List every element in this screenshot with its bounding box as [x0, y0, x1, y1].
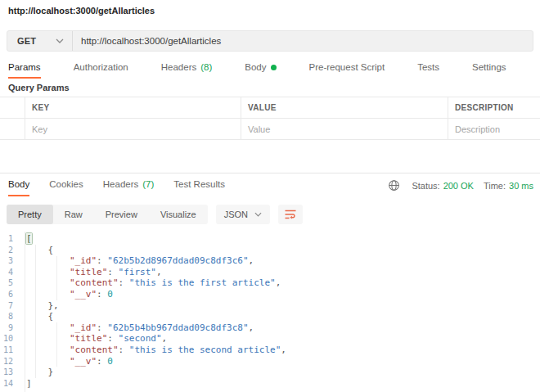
code-line: 5 "content": "this is the first article"… [0, 277, 540, 289]
tab-pre-request-script[interactable]: Pre-request Script [309, 58, 385, 79]
code-line: 3 "_id": "62b5b2d8967ddad09c8df3c6", [0, 255, 540, 267]
view-button-raw[interactable]: Raw [53, 205, 94, 224]
code-lines: 1[2 {3 "_id": "62b5b2d8967ddad09c8df3c6"… [0, 233, 540, 389]
indent-guide [56, 322, 57, 367]
code-text: "_id": "62b5b4bb967ddad09c8df3c8", [20, 322, 254, 334]
time-value: 30 ms [509, 181, 533, 191]
wrap-text-icon [284, 209, 297, 220]
code-text: "title": "first", [20, 267, 162, 278]
response-divider [0, 173, 540, 173]
code-line: 4 "title": "first", [0, 267, 540, 278]
tab-label: Headers [161, 62, 196, 72]
tab-label: Tests [417, 62, 439, 72]
checkbox-cell [0, 119, 25, 140]
code-line: 6 "__v": 0 [0, 289, 540, 300]
code-text: "__v": 0 [20, 289, 113, 300]
url-input[interactable]: http://localhost:3000/getAllarticles [73, 36, 533, 46]
tab-params[interactable]: Params [8, 58, 41, 79]
tab-label: Params [8, 62, 41, 72]
query-params-table: KEYVALUEDESCRIPTION KeyValueDescription [0, 97, 540, 140]
request-tabs: ParamsAuthorizationHeaders(8)BodyPre-req… [8, 58, 523, 79]
code-line: 9 "_id": "62b5b4bb967ddad09c8df3c8", [0, 322, 540, 334]
param-input-key[interactable]: Key [25, 119, 241, 140]
tab-settings[interactable]: Settings [472, 58, 506, 79]
gutter-separator [25, 232, 25, 392]
line-number: 9 [0, 322, 20, 334]
request-title: http://localhost:3000/getAllarticles [8, 6, 155, 16]
param-input-description[interactable]: Description [448, 119, 540, 140]
tab-body[interactable]: Body [245, 58, 276, 79]
line-number: 3 [0, 255, 20, 267]
param-input-value[interactable]: Value [241, 119, 448, 140]
response-tabs: BodyCookiesHeaders(7)Test Results [8, 174, 235, 196]
code-line: 8 { [0, 311, 540, 322]
line-number: 10 [0, 333, 20, 345]
line-number: 12 [0, 356, 20, 367]
view-button-preview[interactable]: Preview [94, 205, 149, 224]
tab-label: Pre-request Script [309, 62, 385, 72]
response-body-viewer[interactable]: 1[2 {3 "_id": "62b5b2d8967ddad09c8df3c6"… [0, 232, 540, 392]
time-label: Time: [484, 181, 506, 191]
chevron-down-icon [254, 212, 262, 217]
view-button-pretty[interactable]: Pretty [7, 205, 53, 224]
code-text: [ [20, 233, 32, 245]
tab-test-results[interactable]: Test Results [173, 174, 225, 196]
method-label: GET [17, 36, 36, 46]
tab-badge: (8) [200, 62, 212, 72]
code-line: 2 { [0, 245, 540, 256]
line-number: 4 [0, 267, 20, 278]
response-header: BodyCookiesHeaders(7)Test Results Status… [8, 174, 533, 196]
response-meta: Status: 200 OK Time: 30 ms [388, 179, 533, 191]
tab-label: Body [8, 179, 29, 189]
language-label: JSON [224, 210, 248, 219]
code-text: "content": "this is the first article", [20, 277, 281, 289]
tab-label: Authorization [74, 62, 128, 72]
response-toolbar: PrettyRawPreviewVisualize JSON [7, 205, 303, 224]
tab-body[interactable]: Body [8, 174, 29, 196]
code-line: 14] [0, 378, 540, 390]
tab-label: Headers [103, 179, 138, 189]
indent-guide [35, 245, 36, 378]
column-header-description: DESCRIPTION [448, 97, 540, 119]
code-text: "__v": 0 [20, 356, 113, 367]
url-bar: GET http://localhost:3000/getAllarticles [7, 30, 533, 52]
tab-tests[interactable]: Tests [417, 58, 439, 79]
line-number: 1 [0, 233, 20, 245]
tab-headers[interactable]: Headers(7) [103, 174, 155, 196]
code-line: 7 }, [0, 300, 540, 312]
code-text: ] [20, 378, 32, 390]
code-text: "title": "second", [20, 333, 167, 345]
globe-icon[interactable] [388, 179, 400, 191]
tab-headers[interactable]: Headers(8) [161, 58, 213, 79]
checkbox-cell [0, 97, 25, 119]
tab-label: Test Results [173, 179, 225, 189]
column-header-value: VALUE [241, 97, 448, 119]
line-number: 2 [0, 245, 20, 256]
green-dot-icon [271, 65, 277, 70]
code-line: 10 "title": "second", [0, 333, 540, 345]
line-number: 11 [0, 345, 20, 356]
postman-request-view: http://localhost:3000/getAllarticles GET… [0, 0, 540, 392]
column-header-key: KEY [25, 97, 241, 119]
code-line: 12 "__v": 0 [0, 356, 540, 367]
line-number: 8 [0, 311, 20, 322]
code-text: "content": "this is the second article", [20, 345, 286, 356]
tab-badge: (7) [142, 179, 154, 189]
code-text: }, [20, 300, 59, 312]
code-line: 1[ [0, 233, 540, 245]
line-number: 14 [0, 378, 20, 390]
line-number: 5 [0, 277, 20, 289]
language-dropdown[interactable]: JSON [216, 205, 270, 224]
view-switcher: PrettyRawPreviewVisualize [7, 205, 208, 224]
chevron-down-icon [56, 38, 64, 43]
status-label: Status: [412, 181, 439, 191]
line-number: 6 [0, 289, 20, 300]
query-params-title: Query Params [8, 83, 70, 92]
view-button-visualize[interactable]: Visualize [149, 205, 208, 224]
wrap-text-button[interactable] [278, 205, 303, 224]
tab-cookies[interactable]: Cookies [49, 174, 83, 196]
method-selector[interactable]: GET [7, 31, 73, 51]
line-number: 13 [0, 367, 20, 378]
line-number: 7 [0, 300, 20, 312]
tab-authorization[interactable]: Authorization [74, 58, 128, 79]
